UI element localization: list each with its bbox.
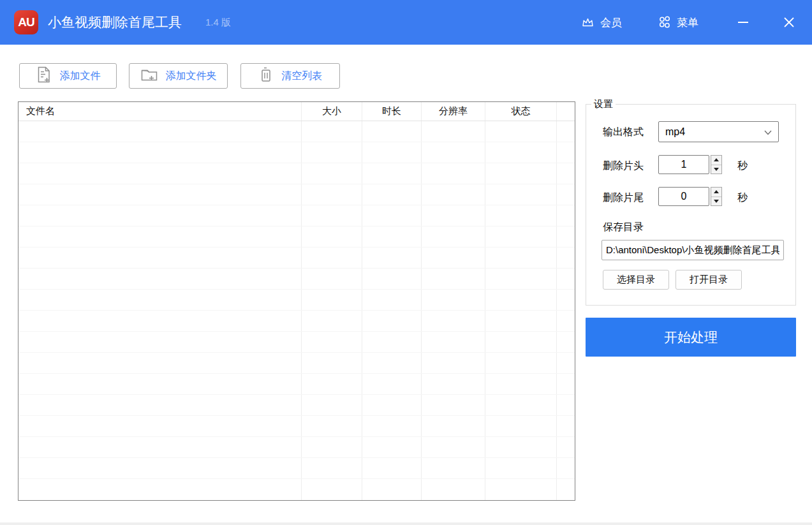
table-cell <box>362 121 422 142</box>
table-cell <box>362 290 422 310</box>
table-cell <box>302 121 362 142</box>
table-cell <box>557 416 575 436</box>
table-row <box>18 479 575 500</box>
table-cell <box>302 290 362 310</box>
table-cell <box>18 437 302 457</box>
table-cell <box>302 332 362 352</box>
table-cell <box>485 248 557 268</box>
save-dir-input[interactable] <box>602 240 784 260</box>
table-cell <box>362 184 422 205</box>
table-cell <box>485 332 557 352</box>
table-cell <box>485 479 557 500</box>
trim-tail-input[interactable] <box>658 187 709 206</box>
table-row <box>18 311 575 332</box>
table-row <box>18 226 575 248</box>
add-folder-button[interactable]: 添加文件夹 <box>129 63 228 89</box>
table-cell <box>557 353 575 373</box>
clear-list-button[interactable]: 清空列表 <box>240 63 340 89</box>
window-version: 1.4 版 <box>205 0 231 45</box>
table-cell <box>18 479 302 500</box>
table-cell <box>557 458 575 478</box>
table-cell <box>362 416 422 436</box>
spin-up-button[interactable] <box>711 188 721 197</box>
output-format-value: mp4 <box>665 126 685 138</box>
table-cell <box>302 205 362 226</box>
table-cell <box>422 184 485 205</box>
seconds-unit-label: 秒 <box>737 191 748 205</box>
table-cell <box>302 374 362 394</box>
add-file-icon <box>36 66 52 86</box>
table-row <box>18 458 575 479</box>
table-cell <box>18 458 302 478</box>
table-cell <box>485 458 557 478</box>
table-cell <box>18 374 302 394</box>
column-header-duration: 时长 <box>362 102 422 121</box>
table-cell <box>485 290 557 310</box>
table-cell <box>557 479 575 500</box>
table-cell <box>18 205 302 226</box>
table-cell <box>557 269 575 289</box>
menu-button[interactable]: 菜单 <box>655 11 701 34</box>
trim-tail-spinner <box>711 187 722 206</box>
table-cell <box>18 311 302 331</box>
table-cell <box>18 290 302 310</box>
member-button[interactable]: 会员 <box>578 11 624 34</box>
table-cell <box>422 121 485 142</box>
column-header-size: 大小 <box>302 102 362 121</box>
trim-head-input[interactable] <box>658 155 709 174</box>
table-cell <box>18 121 302 142</box>
start-processing-button[interactable]: 开始处理 <box>586 318 796 357</box>
file-table: 文件名 大小 时长 分辨率 状态 <box>18 101 575 501</box>
add-file-label: 添加文件 <box>60 70 101 83</box>
add-file-button[interactable]: 添加文件 <box>19 63 117 89</box>
table-cell <box>302 142 362 163</box>
table-cell <box>557 290 575 310</box>
seconds-unit-label: 秒 <box>737 159 748 173</box>
table-cell <box>485 416 557 436</box>
spin-down-button[interactable] <box>711 165 721 174</box>
trim-tail-label: 删除片尾 <box>603 191 644 205</box>
table-cell <box>302 184 362 205</box>
table-cell <box>422 353 485 373</box>
table-cell <box>302 437 362 457</box>
table-cell <box>302 353 362 373</box>
column-header-spacer <box>557 102 575 121</box>
table-cell <box>485 374 557 394</box>
open-dir-button[interactable]: 打开目录 <box>675 270 742 290</box>
add-folder-label: 添加文件夹 <box>166 70 217 83</box>
table-cell <box>422 479 485 500</box>
table-cell <box>557 226 575 247</box>
output-format-label: 输出格式 <box>603 126 644 139</box>
table-row <box>18 163 575 184</box>
spin-down-button[interactable] <box>711 197 721 206</box>
output-format-select[interactable]: mp4 <box>658 121 779 142</box>
settings-legend: 设置 <box>591 98 616 110</box>
close-icon <box>783 16 795 29</box>
table-row <box>18 184 575 205</box>
spin-up-button[interactable] <box>711 156 721 165</box>
table-cell <box>485 121 557 142</box>
save-dir-label: 保存目录 <box>603 221 644 234</box>
table-cell <box>18 269 302 289</box>
table-cell <box>302 416 362 436</box>
table-cell <box>485 269 557 289</box>
table-cell <box>302 163 362 184</box>
close-button[interactable] <box>776 11 802 34</box>
minimize-button[interactable] <box>730 11 756 34</box>
titlebar-controls: 会员 菜单 <box>578 0 812 45</box>
table-row <box>18 269 575 290</box>
window-title: 小鱼视频删除首尾工具 <box>48 0 182 45</box>
settings-group: 设置 输出格式 mp4 删除片头 秒 删除片尾 秒 保存目录 选择目录 打开目录 <box>586 104 796 306</box>
trim-head-spinner <box>711 155 722 174</box>
table-cell <box>557 437 575 457</box>
column-header-filename: 文件名 <box>18 102 302 121</box>
app-logo-icon: AU <box>14 10 38 34</box>
table-cell <box>18 163 302 184</box>
table-cell <box>485 163 557 184</box>
table-cell <box>422 437 485 457</box>
choose-dir-button[interactable]: 选择目录 <box>603 270 669 290</box>
file-table-body <box>18 121 575 500</box>
trim-head-label: 删除片头 <box>603 159 644 173</box>
table-row <box>18 142 575 163</box>
table-cell <box>485 311 557 331</box>
